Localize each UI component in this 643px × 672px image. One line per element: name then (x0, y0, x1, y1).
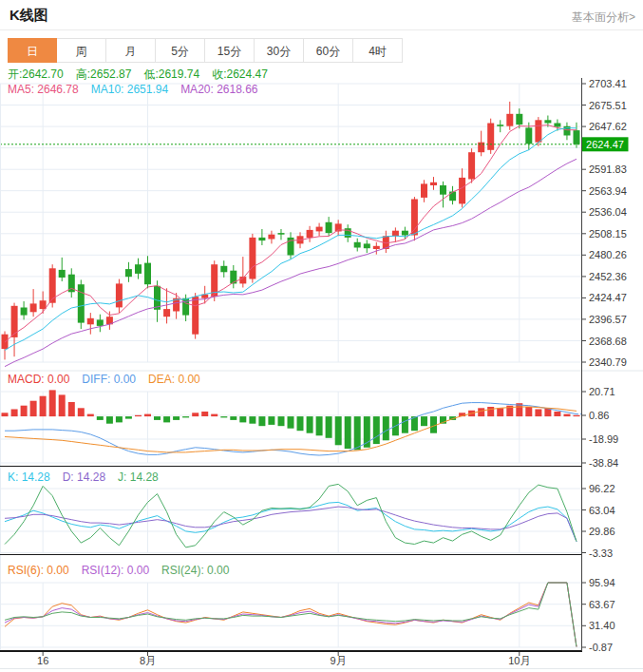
macd-bar (402, 416, 408, 433)
candle-body (59, 270, 66, 278)
candle-body (421, 183, 427, 198)
x-axis-label: 16 (37, 655, 48, 666)
macd-bar (354, 416, 361, 450)
candle-body (125, 269, 132, 277)
candle-body (40, 300, 47, 309)
macd-bar (478, 408, 484, 416)
macd-bar (173, 416, 180, 420)
app-root: { "header": { "title": "K线图", "link": "基… (0, 0, 643, 672)
macd-bar (78, 408, 85, 416)
candle-body (21, 308, 28, 316)
candle-body (116, 283, 123, 307)
macd-bar (116, 416, 123, 422)
y-axis-label: 2536.04 (589, 206, 627, 218)
y-axis-label: -38.84 (589, 457, 618, 469)
candle-body (268, 235, 274, 240)
candle-body (373, 246, 380, 249)
j-line (5, 484, 577, 547)
x-axis-labels: 168月9月10月 (37, 652, 530, 666)
macd-bar (535, 410, 541, 417)
y-axis-label: -0.87 (589, 642, 613, 653)
tab-30min[interactable]: 30分 (255, 38, 304, 63)
kdj-panel: 96.2263.0429.86-3.33 (0, 483, 615, 559)
macd-bar (220, 416, 227, 417)
rsi6-line (5, 583, 577, 646)
y-axis-label: 2591.83 (589, 163, 627, 175)
macd-bar (239, 416, 246, 422)
y-axis-label: 2396.57 (589, 314, 627, 325)
tab-month[interactable]: 月 (106, 38, 156, 63)
candle-body (135, 264, 142, 274)
macd-bar (30, 401, 37, 416)
y-axis-label: 2424.47 (589, 292, 627, 303)
macd-bar (192, 413, 199, 416)
macd-bar (40, 396, 47, 416)
candle-body (459, 178, 465, 204)
candle-body (506, 114, 513, 126)
page-header: K线图 基本面分析> (0, 0, 643, 30)
tab-4hour[interactable]: 4时 (353, 38, 403, 63)
candle-body (440, 185, 446, 195)
candle-body (87, 318, 94, 325)
macd-bar (97, 416, 104, 420)
macd-bar (163, 416, 170, 422)
x-axis-label: 9月 (331, 655, 347, 666)
macd-bar (230, 416, 236, 420)
chart-canvas[interactable]: 2703.412675.512647.622591.832563.942536.… (0, 65, 643, 672)
macd-bar (574, 415, 580, 416)
tab-15min[interactable]: 15分 (205, 38, 255, 63)
page-title: K线图 (9, 7, 48, 25)
ma20-line (5, 159, 577, 366)
fundamental-analysis-link[interactable]: 基本面分析> (572, 10, 635, 26)
candle-body (163, 309, 170, 317)
tab-60min[interactable]: 60分 (304, 38, 353, 63)
macd-bar (345, 416, 351, 449)
d-line (5, 507, 577, 542)
candle-body (574, 130, 580, 144)
macd-bar (383, 416, 389, 440)
candle-body (364, 243, 370, 248)
candle-body (2, 335, 9, 349)
x-axis-label: 10月 (508, 655, 530, 666)
tab-week[interactable]: 周 (57, 38, 106, 63)
macd-bar (249, 416, 255, 424)
candle-body (97, 319, 104, 326)
macd-bar (487, 407, 494, 416)
macd-bar (421, 416, 427, 426)
macd-bar (268, 416, 274, 425)
macd-bar (258, 416, 265, 426)
macd-bar (154, 416, 161, 420)
y-axis-label: 2340.79 (589, 356, 627, 368)
candle-body (402, 231, 408, 236)
y-axis-label: 2647.62 (589, 121, 627, 132)
macd-bar (326, 416, 332, 438)
y-axis-label: 2368.68 (589, 336, 627, 347)
y-axis-label: 2508.15 (589, 228, 627, 240)
macd-bar (335, 416, 342, 445)
macd-panel: 20.710.86-18.99-38.84 (0, 386, 618, 469)
y-axis-label: 96.22 (589, 483, 615, 494)
macd-bar (554, 412, 560, 416)
candle-body (258, 238, 265, 240)
y-axis-label: 2452.36 (589, 271, 627, 282)
macd-bar (2, 413, 9, 416)
macd-bar (59, 394, 66, 416)
candles (2, 102, 580, 360)
candle-body (392, 231, 399, 237)
y-axis-label: 2563.94 (589, 185, 627, 197)
macd-bar (87, 414, 94, 417)
y-axis-label: 20.71 (589, 386, 615, 397)
y-axis-label: 63.04 (589, 505, 615, 516)
y-axis-label: 29.86 (589, 526, 615, 537)
macd-bar (288, 416, 294, 429)
candle-body (468, 152, 475, 179)
candle-body (144, 263, 151, 285)
tab-day[interactable]: 日 (8, 38, 57, 63)
tab-5min[interactable]: 5分 (156, 38, 205, 63)
macd-bar (135, 415, 142, 416)
candle-body (278, 233, 285, 235)
current-price-badge-label: 2624.47 (586, 139, 624, 150)
y-axis-label: 95.94 (589, 577, 615, 588)
kline-chart: 2703.412675.512647.622591.832563.942536.… (0, 65, 643, 672)
macd-bar (278, 416, 285, 426)
